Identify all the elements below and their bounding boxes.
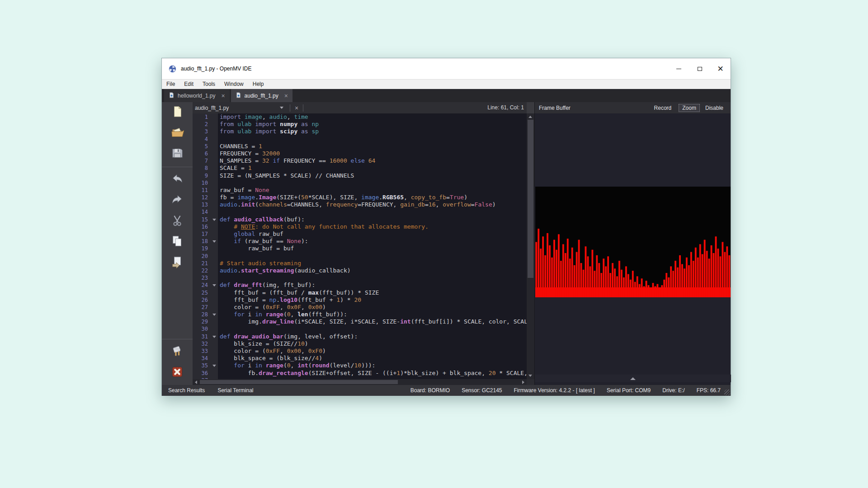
disconnect-icon <box>170 365 184 380</box>
tab-helloworld_1.py[interactable]: helloworld_1.py× <box>164 89 230 102</box>
vertical-scrollbar[interactable] <box>527 113 534 379</box>
redo-button[interactable] <box>162 190 193 211</box>
fold-column <box>211 164 218 172</box>
connect-button[interactable] <box>162 342 193 362</box>
disable-button[interactable]: Disable <box>705 105 723 111</box>
scrollbar-corner <box>527 379 534 385</box>
horizontal-scrollbar[interactable] <box>193 379 527 385</box>
tab-close-icon[interactable]: × <box>284 92 288 99</box>
menu-item-window[interactable]: Window <box>220 80 248 89</box>
open-file-button[interactable] <box>162 123 193 144</box>
code-text <box>218 208 220 216</box>
cursor-position: Line: 61, Col: 1 <box>487 102 524 113</box>
line-number: 31 <box>193 333 211 340</box>
code-line: 26 fft_buf = np.log10(fft_buf + 1) * 20 <box>193 296 527 304</box>
document-close-button[interactable]: × <box>293 104 300 112</box>
resize-grip[interactable] <box>724 389 730 395</box>
code-text <box>218 179 220 187</box>
connect-icon <box>170 344 184 360</box>
line-number: 3 <box>193 128 211 135</box>
fold-column <box>211 289 218 296</box>
code-text: CHANNELS = 1 <box>218 143 262 150</box>
line-number: 14 <box>193 208 211 216</box>
maximize-icon <box>698 67 702 71</box>
save-file-button[interactable] <box>162 144 193 164</box>
scroll-up-icon[interactable] <box>528 116 532 118</box>
fold-column <box>211 347 218 355</box>
status-tab-serial-terminal[interactable]: Serial Terminal <box>217 387 253 394</box>
horizontal-scrollbar-thumb[interactable] <box>200 380 398 384</box>
line-number: 4 <box>193 136 211 143</box>
fold-column <box>211 136 218 143</box>
fold-column <box>211 253 218 260</box>
scroll-left-icon[interactable] <box>195 380 197 384</box>
fold-marker-icon[interactable] <box>211 311 218 318</box>
code-text: audio.start_streaming(audio_callback) <box>218 267 351 274</box>
fold-column <box>211 150 218 157</box>
code-text: if (raw_buf == None): <box>218 238 308 245</box>
maximize-button[interactable] <box>689 58 710 79</box>
close-button[interactable]: ✕ <box>710 58 731 79</box>
tab-audio_fft_1.py[interactable]: audio_fft_1.py× <box>231 89 292 102</box>
code-text: # Start audio streaming <box>218 260 301 267</box>
line-number: 28 <box>193 311 211 318</box>
status-info-serial-port: Serial Port: COM9 <box>607 387 651 394</box>
disconnect-button[interactable] <box>162 362 193 383</box>
record-button[interactable]: Record <box>654 105 672 111</box>
fold-marker-icon[interactable] <box>211 282 218 289</box>
code-text: fb = image.Image(SIZE+(50*SCALE), SIZE, … <box>218 194 467 201</box>
paste-button[interactable] <box>162 253 193 273</box>
fold-marker-icon[interactable] <box>211 362 218 369</box>
menu-item-edit[interactable]: Edit <box>179 80 198 89</box>
menu-item-file[interactable]: File <box>162 80 179 89</box>
fold-column <box>211 260 218 267</box>
fold-column <box>211 340 218 347</box>
line-number: 25 <box>193 289 211 296</box>
fold-column <box>211 187 218 194</box>
fold-marker-icon[interactable] <box>211 238 218 245</box>
menu-item-help[interactable]: Help <box>248 80 269 89</box>
code-line: 35 for i in range(0, int(round(level/10)… <box>193 362 527 369</box>
minimize-button[interactable] <box>669 58 689 79</box>
line-number: 36 <box>193 370 211 377</box>
code-text: raw_buf = None <box>218 187 269 194</box>
line-number: 33 <box>193 347 211 355</box>
status-tab-search-results[interactable]: Search Results <box>168 387 205 394</box>
frame-buffer-panel <box>534 113 731 385</box>
line-number: 30 <box>193 325 211 333</box>
editor-tab-bar: helloworld_1.py×audio_fft_1.py× <box>162 89 731 102</box>
menu-item-tools[interactable]: Tools <box>198 80 220 89</box>
vertical-scrollbar-thumb[interactable] <box>528 120 533 278</box>
title-bar[interactable]: audio_fft_1.py - OpenMV IDE ✕ <box>162 58 731 80</box>
serial-terminal-expand-handle[interactable] <box>535 375 731 382</box>
fold-marker-icon[interactable] <box>211 216 218 223</box>
scroll-down-icon[interactable] <box>528 375 532 377</box>
tab-close-icon[interactable]: × <box>221 92 225 99</box>
line-number: 26 <box>193 296 211 304</box>
code-text: SIZE = (N_SAMPLES * SCALE) // CHANNELS <box>218 172 354 179</box>
code-line: 8SCALE = 1 <box>193 164 527 172</box>
python-file-icon <box>169 92 175 99</box>
fold-column <box>211 355 218 362</box>
undo-button[interactable] <box>162 169 193 190</box>
zoom-button[interactable]: Zoom <box>679 104 700 112</box>
code-line: 18 if (raw_buf == None): <box>193 238 527 245</box>
line-number: 6 <box>193 150 211 157</box>
expand-up-icon <box>630 377 636 380</box>
fold-column <box>211 370 218 377</box>
copy-button[interactable] <box>162 232 193 253</box>
new-file-button[interactable] <box>162 102 193 123</box>
code-line: 29 img.draw_line(i*SCALE, SIZE, i*SCALE,… <box>193 318 527 325</box>
fold-marker-icon[interactable] <box>211 333 218 340</box>
document-selector[interactable]: audio_fft_1.py <box>195 105 280 111</box>
code-line: 27 color = (0xFF, 0x0F, 0x00) <box>193 304 527 311</box>
code-line: 13audio.init(channels=CHANNELS, frequenc… <box>193 201 527 208</box>
fold-column <box>211 201 218 208</box>
code-editor[interactable]: 1import image, audio, time2from ulab imp… <box>193 113 527 379</box>
line-number: 17 <box>193 230 211 238</box>
tab-label: audio_fft_1.py <box>245 93 278 99</box>
scroll-right-icon[interactable] <box>522 380 524 384</box>
code-text: color = (0xFF, 0x0F, 0x00) <box>218 304 326 311</box>
cut-button[interactable] <box>162 211 193 232</box>
chevron-down-icon[interactable] <box>280 107 283 109</box>
